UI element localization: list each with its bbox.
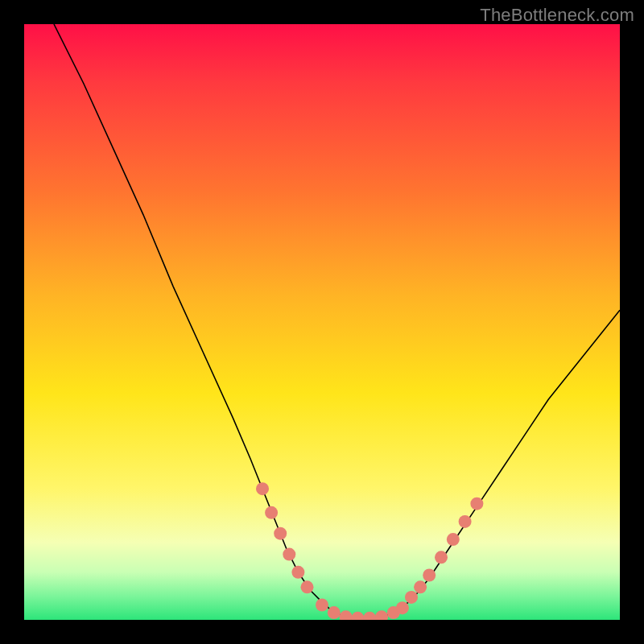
data-dot <box>470 497 483 510</box>
data-dot <box>328 606 341 619</box>
data-dot <box>414 580 427 593</box>
data-dot <box>283 548 295 561</box>
data-dot <box>363 612 376 620</box>
bottleneck-curve <box>54 24 620 618</box>
chart-plot-area <box>24 24 620 620</box>
data-dot <box>316 599 328 612</box>
data-dot <box>435 551 448 564</box>
watermark-text: TheBottleneck.com <box>480 5 634 26</box>
data-dots-group <box>256 482 483 620</box>
data-dot <box>405 591 418 604</box>
data-dot <box>447 533 460 546</box>
data-dot <box>351 612 364 620</box>
data-dot <box>423 569 436 582</box>
data-dot <box>375 610 388 620</box>
chart-svg <box>24 24 620 620</box>
data-dot <box>274 527 287 540</box>
data-dot <box>256 482 269 495</box>
data-dot <box>396 601 409 614</box>
data-dot <box>265 506 278 519</box>
data-dot <box>291 566 304 579</box>
data-dot <box>459 515 472 528</box>
data-dot <box>301 580 314 593</box>
data-dot <box>340 610 353 620</box>
